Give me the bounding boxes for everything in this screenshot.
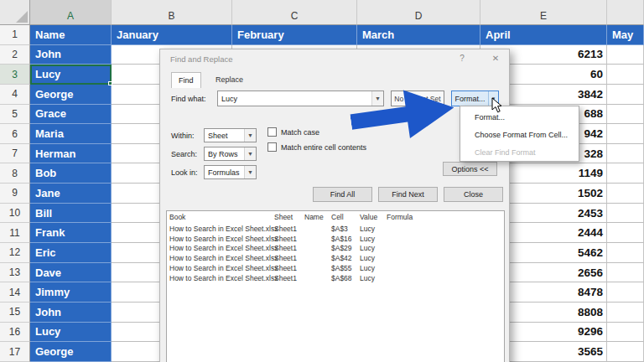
row-header-2[interactable]: 2 — [0, 45, 30, 65]
cell-A11[interactable]: Frank — [30, 223, 112, 243]
cell-A14[interactable]: Jimmy — [30, 282, 112, 303]
options-button[interactable]: Options << — [443, 162, 497, 176]
field-label-within: Within: — [171, 132, 195, 140]
cell-A2[interactable]: John — [30, 45, 112, 65]
result-row[interactable]: How to Search in Excel Sheet.xlsxSheet1$… — [167, 274, 504, 284]
row-header-14[interactable]: 14 — [0, 282, 30, 303]
result-cell: Lucy — [360, 225, 375, 233]
close-button[interactable]: Close — [444, 187, 503, 202]
cell-empty[interactable] — [607, 243, 644, 263]
results-col-value[interactable]: Value — [360, 213, 377, 221]
cell-A8[interactable]: Bob — [30, 163, 112, 184]
cell-A10[interactable]: Bill — [30, 204, 112, 224]
cell-month-February[interactable]: February — [232, 25, 357, 45]
result-cell: Sheet1 — [274, 244, 297, 252]
tab-replace[interactable]: Replace — [209, 72, 250, 88]
menu-item-choose-format-from-cell---[interactable]: Choose Format From Cell... — [460, 126, 579, 143]
cell-month-January[interactable]: January — [112, 25, 232, 45]
chevron-down-icon[interactable]: ▼ — [244, 147, 256, 160]
close-icon[interactable]: ✕ — [489, 54, 502, 63]
cell-empty[interactable] — [607, 204, 644, 224]
results-col-sheet[interactable]: Sheet — [274, 213, 293, 221]
cell-empty[interactable] — [607, 124, 644, 144]
column-header-B[interactable]: B — [112, 0, 232, 25]
results-col-cell[interactable]: Cell — [331, 213, 344, 221]
result-cell: $A$55 — [331, 264, 352, 272]
chevron-down-icon[interactable]: ▼ — [371, 91, 383, 106]
cell-A9[interactable]: Jane — [30, 184, 112, 204]
cell-empty[interactable] — [607, 105, 644, 125]
result-row[interactable]: How to Search in Excel Sheet.xlsxSheet1$… — [167, 264, 504, 274]
cell-empty[interactable] — [607, 45, 644, 65]
result-row[interactable]: How to Search in Excel Sheet.xlsxSheet1$… — [167, 244, 504, 254]
cell-A3[interactable]: Lucy — [30, 65, 112, 85]
row-header-6[interactable]: 6 — [0, 124, 30, 144]
row-header-16[interactable]: 16 — [0, 323, 30, 343]
cell-A16[interactable]: Lucy — [30, 323, 112, 343]
cell-A7[interactable]: Herman — [30, 144, 112, 164]
cell-empty[interactable] — [607, 65, 644, 85]
cell-empty[interactable] — [607, 223, 644, 243]
result-row[interactable]: How to Search in Excel Sheet.xlsxSheet1$… — [167, 254, 504, 264]
cell-empty[interactable] — [607, 282, 644, 303]
column-header-E[interactable]: E — [480, 0, 607, 25]
row-header-4[interactable]: 4 — [0, 85, 30, 105]
cell-A4[interactable]: George — [30, 85, 112, 105]
row-header-13[interactable]: 13 — [0, 263, 30, 283]
checkbox-match-entire-cell-contents[interactable] — [267, 142, 277, 152]
row-header-10[interactable]: 10 — [0, 204, 30, 224]
results-list[interactable]: BookSheetNameCellValueFormulaHow to Sear… — [166, 210, 505, 362]
cell-empty[interactable] — [607, 163, 644, 184]
cell-month-April[interactable]: April — [480, 25, 607, 45]
cell-month-March[interactable]: March — [357, 25, 480, 45]
results-col-formula[interactable]: Formula — [387, 213, 413, 221]
help-icon[interactable]: ? — [455, 54, 469, 63]
find-all-button[interactable]: Find All — [313, 187, 372, 202]
cell-empty[interactable] — [607, 85, 644, 105]
checkbox-row: Match case — [267, 127, 319, 137]
cell-A6[interactable]: Maria — [30, 124, 112, 144]
cell-empty[interactable] — [607, 342, 644, 362]
cell-empty[interactable] — [607, 323, 644, 343]
chevron-down-icon[interactable]: ▼ — [244, 129, 256, 142]
row-header-9[interactable]: 9 — [0, 184, 30, 204]
row-header-8[interactable]: 8 — [0, 163, 30, 184]
column-header-F[interactable] — [607, 0, 644, 25]
cell-A12[interactable]: Eric — [30, 243, 112, 263]
column-header-D[interactable]: D — [357, 0, 480, 25]
cell-A13[interactable]: Dave — [30, 263, 112, 283]
column-header-C[interactable]: C — [232, 0, 357, 25]
cell-empty[interactable] — [607, 303, 644, 323]
results-col-name[interactable]: Name — [304, 213, 324, 221]
cell-A17[interactable]: George — [30, 342, 112, 362]
row-header-7[interactable]: 7 — [0, 144, 30, 164]
row-header-12[interactable]: 12 — [0, 243, 30, 263]
find-next-button[interactable]: Find Next — [378, 187, 438, 202]
cell-empty[interactable] — [607, 144, 644, 164]
chevron-down-icon[interactable]: ▼ — [244, 166, 256, 178]
dropdown-sheet[interactable]: Sheet▼ — [204, 128, 257, 142]
row-header-11[interactable]: 11 — [0, 223, 30, 243]
row-header-3[interactable]: 3 — [0, 65, 30, 85]
find-what-input[interactable]: Lucy ▼ — [217, 90, 384, 106]
row-header-17[interactable]: 17 — [0, 342, 30, 362]
dropdown-by-rows[interactable]: By Rows▼ — [204, 147, 257, 161]
menu-item-format---[interactable]: Format... — [460, 108, 579, 126]
select-all-corner[interactable] — [0, 0, 30, 25]
dropdown-formulas[interactable]: Formulas▼ — [204, 165, 257, 179]
row-header-1[interactable]: 1 — [0, 25, 30, 45]
cell-A15[interactable]: John — [30, 303, 112, 323]
column-header-A[interactable]: A — [30, 0, 112, 25]
results-col-book[interactable]: Book — [169, 213, 185, 221]
cell-month-May[interactable]: May — [607, 25, 644, 45]
row-header-5[interactable]: 5 — [0, 105, 30, 125]
cell-A1[interactable]: Name — [30, 25, 112, 45]
row-header-15[interactable]: 15 — [0, 303, 30, 323]
cell-A5[interactable]: Grace — [30, 105, 112, 125]
cell-empty[interactable] — [607, 184, 644, 204]
cell-empty[interactable] — [607, 263, 644, 283]
result-row[interactable]: How to Search in Excel Sheet.xlsxSheet1$… — [167, 235, 504, 245]
result-row[interactable]: How to Search in Excel Sheet.xlsxSheet1$… — [167, 225, 504, 235]
checkbox-match-case[interactable] — [267, 127, 277, 137]
tab-find[interactable]: Find — [171, 72, 201, 88]
